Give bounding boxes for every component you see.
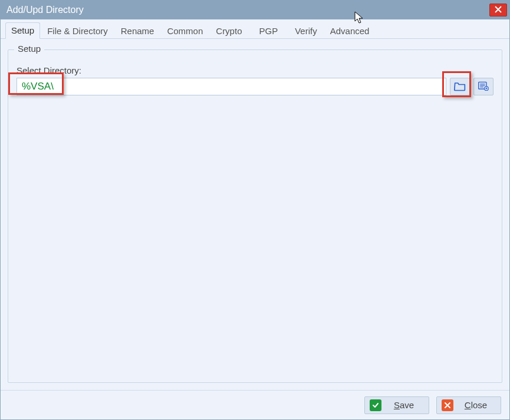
titlebar: Add/Upd Directory [1,1,509,19]
tab-verify[interactable]: Verify [289,23,323,39]
tab-setup[interactable]: Setup [5,22,40,39]
tab-advanced[interactable]: Advanced [324,23,376,39]
footer: Save Close [1,390,509,419]
browse-button[interactable] [450,78,470,95]
options-button[interactable] [473,78,493,95]
setup-groupbox: Setup Select Directory: [8,49,502,383]
check-icon [370,399,381,411]
tab-file-directory[interactable]: File & Directory [41,23,114,39]
tab-rename[interactable]: Rename [115,23,160,39]
close-button[interactable]: Close [436,396,501,414]
close-label: Close [459,400,492,410]
close-icon [495,5,502,15]
x-icon [442,399,453,411]
directory-label: Select Directory: [17,65,493,75]
save-button[interactable]: Save [364,396,429,414]
tab-crypto[interactable]: Crypto [210,23,248,39]
window-close-button[interactable] [489,4,507,16]
folder-icon [454,81,466,93]
save-label: Save [387,400,420,410]
dialog-window: Add/Upd Directory Setup File & Directory… [0,0,510,420]
directory-row [17,78,493,95]
tab-bar: Setup File & Directory Rename Common Cry… [1,19,509,39]
tab-common[interactable]: Common [161,23,209,39]
groupbox-title: Setup [14,44,44,54]
content-area: Setup Select Directory: [1,39,509,390]
tab-pgp[interactable]: PGP [249,23,288,39]
list-add-icon [478,81,489,93]
window-title: Add/Upd Directory [6,5,489,15]
directory-input[interactable] [17,78,446,95]
